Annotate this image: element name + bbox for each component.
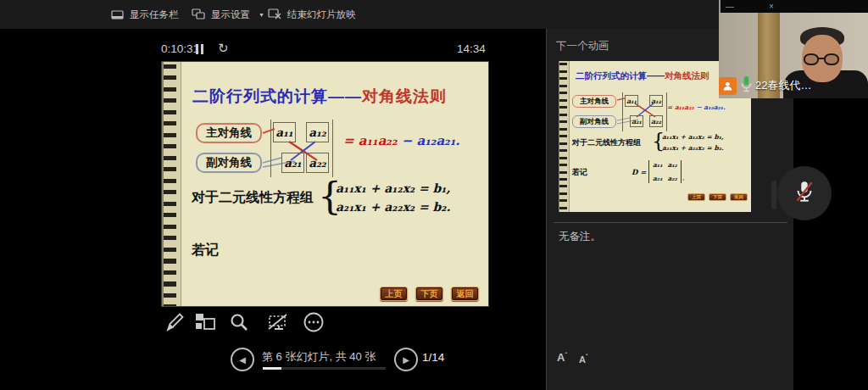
glasses-left-lens [804,53,819,65]
show-taskbar-button[interactable]: 显示任务栏 [111,0,179,29]
progress-fill [263,367,281,370]
display-settings-label: 显示设置 [211,8,250,21]
preview-comma: , [682,174,684,181]
zoom-slide-button[interactable] [227,312,251,336]
previous-slide-button[interactable]: ◀ [231,348,254,371]
formula-anti-part: − a₁₂a₂₁. [402,133,460,148]
slide-title-red: 对角线法则 [362,87,447,105]
slide-next-page-button[interactable]: 下页 [415,287,443,301]
end-slideshow-button[interactable]: 结束幻灯片放映 [268,0,356,29]
next-arrow-icon: ▶ [403,355,409,365]
meeting-name-label: 22春线代… [755,78,811,93]
pen-tool-button[interactable] [163,312,186,336]
magnifier-icon [229,312,249,336]
preview-equation-2: a₂₁x₁ + a₂₂x₂ = b₂. [662,144,724,152]
taskbar-icon [111,9,124,20]
preview-title: 二阶行列式的计算——对角线法则 [576,70,709,82]
slideshow-progress-bar [263,367,386,370]
preview-prev-button: 上页 [687,193,705,201]
preview-cell-a22: a₂₂ [649,115,663,127]
end-slideshow-icon [268,8,281,20]
decrease-font-button[interactable]: Aˇ [579,354,587,365]
microphone-icon [740,75,753,96]
previous-arrow-icon: ◀ [239,355,246,365]
determinant-bar-left [270,120,271,177]
preview-cell-a11: a₁₁ [625,95,638,107]
glasses-bridge [818,58,825,59]
show-taskbar-label: 显示任务栏 [130,8,179,21]
slide-navigator-icon [194,312,216,336]
more-options-button[interactable] [302,312,326,336]
preview-cell-a12: a₁₂ [649,95,663,107]
preview-determinant-matrix: a₁₁a₁₂ a₂₁a₂₂ [648,160,682,183]
preview-cell-a21: a₂₁ [630,115,643,127]
presenter-view: 显示任务栏 显示设置 ▼ 结束幻灯片放映 0:10:31 ↻ 14:34 二阶行… [0,0,868,390]
participant-icon [722,81,733,92]
dual-monitor-icon [192,8,205,20]
slide-prev-page-button[interactable]: 上页 [380,287,408,301]
webcam-titlebar[interactable]: — × [719,0,868,13]
equation-2: a₂₁x₁ + a₂₂x₂ = b₂. [336,200,450,214]
anti-diagonal-callout: 副对角线 [196,153,262,173]
preview-ruoji: 若记 [572,167,587,178]
matrix-cell-a22: a₂₂ [306,153,329,173]
slide-counter: 第 6 张幻灯片, 共 40 张 [262,349,376,365]
preview-formula: = a₁₁a₂₂ − a₁₂a₂₁. [667,103,726,111]
slide-back-button[interactable]: 返回 [451,287,479,301]
preview-anti-diagonal-callout: 副对角线 [572,115,616,128]
page-indicator: 1/14 [422,351,444,364]
matrix-cell-a11: a₁₁ [273,122,296,142]
more-options-icon [303,311,325,337]
webcam-video: 22春线代… [719,13,868,98]
notes-divider[interactable] [554,222,787,223]
chevron-down-icon: ▼ [259,12,264,18]
microphone-muted-icon [792,179,817,208]
main-diagonal-callout: 主对角线 [196,123,262,143]
next-animation-header: 下一个动画 [556,39,609,53]
webcam-window: — × 22春线代… [719,0,868,98]
close-icon[interactable]: × [769,2,774,11]
see-all-slides-button[interactable] [193,312,217,336]
minimize-icon[interactable]: — [726,2,734,11]
formula-main-part: = a₁₁a₂₂ [343,133,398,148]
ruoji-text: 若记 [192,242,219,259]
elapsed-timer: 0:10:31 [161,42,199,55]
glasses-right-lens [824,53,839,65]
pause-icon [196,44,198,54]
clock-time: 14:34 [457,42,486,55]
restart-timer-button[interactable]: ↻ [218,41,229,56]
slide-title: 二阶行列式的计算——对角线法则 [192,86,447,108]
preview-d-label: D = [632,168,646,176]
linear-system-label: 对于二元线性方程组 [192,189,314,207]
preview-system-label: 对于二元线性方程组 [572,137,641,148]
next-slide-button[interactable]: ▶ [394,348,418,371]
preview-equation-1: a₁₁x₁ + a₁₂x₂ = b₁, [662,133,724,141]
preview-back-button: 返回 [730,193,748,201]
participant-badge [719,77,737,95]
end-slideshow-label: 结束幻灯片放映 [287,8,356,21]
webcam-overlay: 22春线代… [719,76,811,95]
mic-drawer-handle[interactable] [771,181,776,209]
preview-main-diagonal-callout: 主对角线 [572,95,616,108]
notebook-spiral-binding-mini [559,61,570,212]
equation-1: a₁₁x₁ + a₁₂x₂ = b₁, [336,181,450,195]
preview-next-button: 下页 [709,193,726,201]
mute-toggle-button[interactable] [777,166,832,220]
screen-toggle-icon [267,312,289,336]
increase-font-button[interactable]: Aˆ [557,351,567,364]
black-screen-toggle-button[interactable] [266,312,290,336]
current-slide[interactable]: 二阶行列式的计算——对角线法则 主对角线 副对角线 a₁₁ a₁₂ a₂₁ a₂… [161,61,489,307]
matrix-cell-a21: a₂₁ [281,153,304,173]
determinant-formula: = a₁₁a₂₂ − a₁₂a₂₁. [343,133,459,148]
pen-icon [164,312,185,336]
display-settings-button[interactable]: 显示设置 ▼ [192,0,264,29]
matrix-cell-a12: a₁₂ [306,122,329,142]
notebook-spiral-binding [162,62,181,306]
pause-timer-button[interactable] [196,44,208,55]
notes-text: 无备注。 [559,230,601,244]
determinant-bar-right [332,120,333,177]
slide-title-blue: 二阶行列式的计算—— [192,87,362,105]
